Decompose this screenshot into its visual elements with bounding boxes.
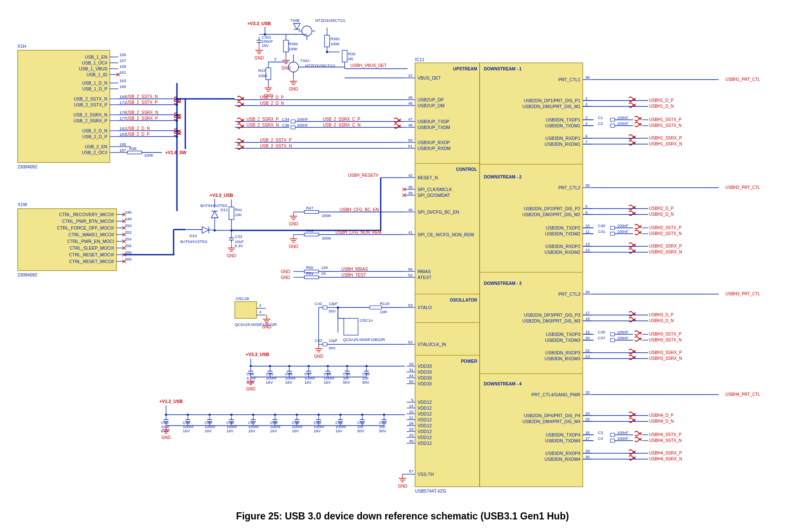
label: 1 [585, 96, 587, 101]
label: USB_2_D_N [260, 101, 284, 106]
label: 100K [144, 153, 154, 158]
label: 2 [274, 57, 276, 61]
label: USBH_CFG_NON_REM [335, 230, 382, 235]
label: USBH4_PRT_CTL [725, 392, 761, 397]
label: 171 [119, 100, 126, 105]
label: USBH4_SSRX_P [649, 451, 682, 455]
label: USBH4_SSTX_P [649, 432, 682, 437]
label: USBH1_SSTX_P [649, 117, 682, 122]
label: 254 [125, 237, 132, 241]
label: 50V [362, 380, 370, 385]
svg-point-45 [230, 413, 232, 416]
x1h-pin: USB_2_OC# [82, 150, 107, 155]
label: 12 [409, 403, 413, 408]
label: 10R [380, 310, 387, 314]
svg-rect-18 [325, 35, 330, 47]
label: VDD12 [418, 429, 432, 434]
label: USBH1_SSRX_P [649, 136, 682, 140]
label: R38 [129, 146, 136, 151]
label: USB3DN_RXDM3 [545, 356, 580, 361]
label: 16V [183, 429, 190, 433]
label: 16V [226, 429, 234, 433]
label: USB3DN_RXDP4 [545, 451, 581, 456]
label: 100nF [617, 229, 628, 234]
label: C2 [598, 121, 603, 126]
label: POWER [461, 359, 478, 364]
x1h-pin: USB_1_EN [85, 54, 107, 59]
label: 50V [343, 380, 351, 385]
label: OSC1A [360, 318, 374, 323]
label: 4 [585, 121, 587, 126]
label: USB3DN_RXDM4 [545, 457, 580, 462]
net: USB_2_SSTX_P [126, 100, 158, 105]
label: 50V [357, 429, 365, 433]
x1h-pin: USB_1_D_P [82, 86, 107, 91]
label: 44 [409, 373, 413, 378]
label: 250 [125, 223, 132, 228]
label: USBH3_SSRX_N [649, 356, 682, 361]
label: 16V [266, 380, 273, 385]
label: 16 [409, 362, 413, 366]
label: SPI_DI/CFG_BC_EN [418, 209, 459, 214]
label: 35 [585, 183, 590, 188]
label: 42 [408, 173, 413, 178]
label: 19 [585, 330, 590, 334]
label: VBUS_DET [418, 75, 441, 80]
label: USB5744T-I/2G [415, 488, 446, 493]
gnd-label: GND [289, 222, 298, 226]
label: USB3UP_RXDM [418, 146, 451, 151]
gnd-label: GND [254, 56, 264, 60]
label: 200K [322, 236, 332, 240]
x1h-pin: USB_2_SSRX_P [73, 118, 107, 123]
label: R382 [288, 41, 298, 46]
net: USB_2_D_N [126, 126, 150, 131]
label: 38 [408, 185, 413, 189]
label: C42 [315, 301, 322, 306]
label: 14 [585, 248, 590, 252]
label: 157 [119, 58, 126, 63]
label: USBH2_D_N [649, 212, 674, 217]
label: CTRL_RECOVERY_MICO# [59, 212, 114, 217]
svg-marker-10 [202, 227, 209, 233]
label: USBH3_SSTX_N [649, 338, 682, 342]
label: RBIAS [418, 269, 431, 274]
gnd-label: GND [262, 325, 271, 329]
label: 100nF [617, 330, 628, 334]
label: VDD12 [418, 441, 432, 446]
label: 33 [409, 427, 413, 431]
label: GND [281, 275, 290, 280]
label: USB3DN_TXDM1 [545, 123, 580, 128]
label: USBH1_SSTX_N [649, 123, 682, 128]
label: USB_2_SSRX_C_N [323, 123, 361, 127]
label: 50V [329, 346, 336, 350]
x1h-part: 23094092 [18, 164, 37, 169]
net: USB_2_D_P [126, 132, 150, 137]
label: USB2DN_DP4/PRT_DIS_P4 [524, 413, 580, 418]
label: C35 [598, 330, 605, 334]
x1h-pin: USB_1_OC# [82, 60, 107, 65]
label: 28 [409, 421, 413, 426]
svg-rect-27 [291, 120, 295, 123]
label: USBH_CFG_BC_EN [340, 207, 379, 212]
svg-rect-28 [291, 126, 295, 129]
label: USBH3_SSTX_P [649, 332, 682, 336]
label: 50V [379, 429, 387, 433]
label: USBH_RESET# [348, 173, 379, 178]
label: VDD12 [418, 435, 432, 440]
label: 21 [409, 415, 413, 420]
label: +V3.3_USB [246, 352, 269, 357]
label: USB2DN_DP3/PRT_DIS_P3 [524, 312, 580, 318]
svg-rect-17 [283, 40, 288, 52]
label: D16 [190, 233, 197, 238]
label: 100K [288, 46, 298, 51]
label: 100nF [617, 223, 628, 228]
gnd-label: GND [161, 435, 171, 440]
label: 56 [408, 267, 413, 271]
label: C34 [282, 117, 289, 121]
label: 12K [321, 265, 329, 270]
svg-point-43 [187, 413, 189, 416]
svg-rect-56 [610, 118, 615, 121]
svg-rect-59 [610, 232, 615, 235]
svg-rect-62 [610, 433, 615, 436]
label: VSS-TH [418, 472, 434, 477]
